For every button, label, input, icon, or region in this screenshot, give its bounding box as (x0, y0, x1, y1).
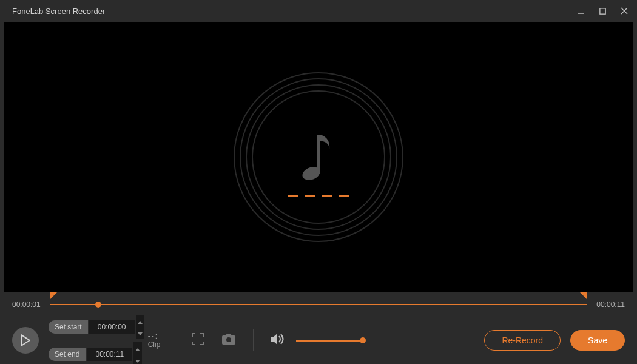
svg-marker-14 (271, 334, 277, 345)
clip-start-input[interactable] (89, 320, 135, 334)
playhead[interactable] (95, 302, 101, 308)
track-line (50, 304, 587, 305)
eq-bar (305, 195, 315, 197)
window-title: FoneLab Screen Recorder (12, 7, 105, 16)
minimize-button[interactable] (575, 5, 586, 16)
set-start-button[interactable]: Set start (49, 320, 88, 334)
volume-thumb[interactable] (360, 337, 366, 343)
svg-marker-10 (138, 332, 143, 335)
re-record-button[interactable]: Re-Record (484, 330, 561, 351)
svg-rect-5 (317, 135, 320, 172)
equalizer-bars (288, 195, 349, 197)
clip-end-marker[interactable] (580, 291, 587, 302)
clip-end-input[interactable] (87, 348, 132, 361)
divider (174, 329, 174, 351)
fullscreen-button[interactable] (187, 329, 208, 352)
music-note-icon (300, 129, 337, 186)
start-step-up[interactable] (138, 315, 143, 326)
audio-visualizer (234, 72, 403, 242)
controls-bar: Set start Set end --: (0, 317, 637, 364)
set-end-button[interactable]: Set end (49, 348, 86, 361)
window-controls (575, 5, 630, 16)
divider (253, 329, 254, 351)
svg-marker-6 (50, 292, 57, 300)
fullscreen-icon (191, 332, 204, 346)
save-button[interactable]: Save (570, 330, 625, 351)
svg-marker-8 (21, 335, 30, 346)
minimize-icon (576, 7, 585, 15)
volume-icon (271, 333, 285, 345)
start-spinner (136, 315, 144, 339)
maximize-icon (599, 7, 607, 15)
volume-fill (296, 340, 363, 342)
clip-label-group: --: Clip (148, 332, 161, 349)
end-spinner (133, 342, 142, 364)
volume-button[interactable] (267, 329, 289, 351)
close-button[interactable] (619, 5, 630, 16)
current-time: 00:00:01 (12, 300, 42, 309)
clip-start-row: Set start (49, 315, 144, 339)
clip-end-row: Set end (49, 342, 144, 364)
end-step-up[interactable] (135, 343, 140, 354)
svg-marker-11 (135, 348, 140, 351)
play-button[interactable] (12, 327, 39, 354)
volume-slider[interactable] (296, 340, 363, 342)
svg-point-13 (226, 337, 231, 342)
maximize-button[interactable] (597, 5, 608, 16)
eq-bar (322, 195, 332, 197)
camera-icon (221, 333, 236, 345)
app-window: FoneLab Screen Recorder (0, 0, 637, 364)
svg-marker-9 (138, 321, 143, 324)
eq-bar (288, 195, 298, 197)
close-icon (620, 7, 629, 15)
start-step-down[interactable] (138, 327, 143, 338)
timeline-track[interactable] (50, 297, 587, 312)
preview-area (4, 22, 633, 292)
total-time: 00:00:11 (595, 300, 625, 309)
clip-text: Clip (148, 340, 161, 349)
clip-dashes: --: (148, 332, 161, 340)
screenshot-button[interactable] (218, 329, 240, 351)
end-step-down[interactable] (135, 354, 140, 364)
clip-start-marker[interactable] (50, 291, 57, 302)
play-icon (20, 334, 31, 346)
clip-section: Set start Set end (49, 315, 144, 364)
eq-bar (339, 195, 349, 197)
volume-section (267, 329, 363, 351)
timeline-bar: 00:00:01 00:00:11 (0, 292, 637, 317)
titlebar: FoneLab Screen Recorder (0, 0, 637, 22)
svg-rect-1 (599, 8, 605, 13)
svg-marker-12 (135, 360, 140, 363)
svg-marker-7 (580, 292, 587, 300)
